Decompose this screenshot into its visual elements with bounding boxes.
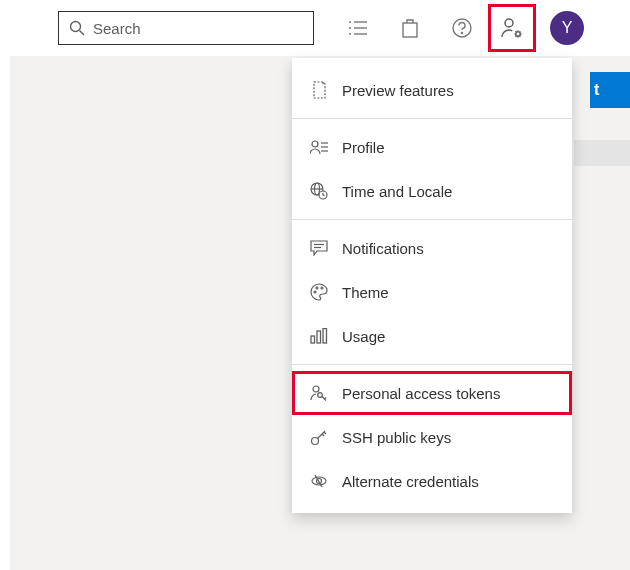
svg-point-12 (516, 32, 520, 36)
menu-divider (292, 118, 572, 119)
menu-label: Notifications (342, 240, 424, 257)
menu-label: Personal access tokens (342, 385, 500, 402)
menu-divider (292, 364, 572, 365)
svg-point-0 (71, 22, 81, 32)
preview-icon (310, 81, 328, 99)
user-settings-menu: Preview features Profile Time and Locale (292, 58, 572, 513)
menu-item-preview-features[interactable]: Preview features (292, 68, 572, 112)
key-icon (310, 428, 328, 446)
avatar-initial: Y (562, 19, 573, 37)
menu-item-alternate-credentials[interactable]: Alternate credentials (292, 459, 572, 503)
svg-point-29 (313, 386, 319, 392)
bar-chart-icon (310, 327, 328, 345)
list-icon[interactable] (332, 8, 384, 48)
profile-icon (310, 138, 328, 156)
alt-credentials-icon (310, 472, 328, 490)
svg-point-13 (312, 141, 318, 147)
user-settings-button[interactable] (488, 4, 536, 52)
menu-divider (292, 219, 572, 220)
svg-point-11 (505, 19, 513, 27)
menu-label: Preview features (342, 82, 454, 99)
menu-label: SSH public keys (342, 429, 451, 446)
svg-point-10 (461, 32, 462, 33)
menu-label: Theme (342, 284, 389, 301)
person-key-icon (310, 384, 328, 402)
menu-label: Profile (342, 139, 385, 156)
menu-item-usage[interactable]: Usage (292, 314, 572, 358)
new-project-button-partial[interactable]: t (590, 72, 630, 108)
toolbar-icons: Y (332, 4, 584, 52)
help-icon[interactable] (436, 8, 488, 48)
globe-clock-icon (310, 182, 328, 200)
svg-point-30 (318, 393, 323, 398)
menu-item-notifications[interactable]: Notifications (292, 226, 572, 270)
avatar[interactable]: Y (550, 11, 584, 45)
menu-item-ssh-keys[interactable]: SSH public keys (292, 415, 572, 459)
marketplace-icon[interactable] (384, 8, 436, 48)
svg-rect-26 (311, 336, 315, 343)
svg-line-1 (80, 31, 85, 36)
menu-item-theme[interactable]: Theme (292, 270, 572, 314)
menu-label: Alternate credentials (342, 473, 479, 490)
menu-label: Time and Locale (342, 183, 452, 200)
search-icon (69, 20, 85, 36)
palette-icon (310, 283, 328, 301)
svg-point-23 (314, 291, 316, 293)
svg-point-31 (312, 438, 319, 445)
menu-label: Usage (342, 328, 385, 345)
menu-item-personal-access-tokens[interactable]: Personal access tokens (292, 371, 572, 415)
svg-rect-27 (317, 331, 321, 343)
search-box[interactable] (58, 11, 314, 45)
chat-icon (310, 239, 328, 257)
svg-rect-8 (403, 23, 417, 37)
search-input[interactable] (93, 20, 303, 37)
menu-item-time-locale[interactable]: Time and Locale (292, 169, 572, 213)
panel-partial (574, 140, 630, 166)
svg-point-25 (321, 287, 323, 289)
svg-point-24 (316, 287, 318, 289)
toolbar: Y (0, 0, 630, 56)
menu-item-profile[interactable]: Profile (292, 125, 572, 169)
svg-rect-28 (323, 329, 327, 344)
